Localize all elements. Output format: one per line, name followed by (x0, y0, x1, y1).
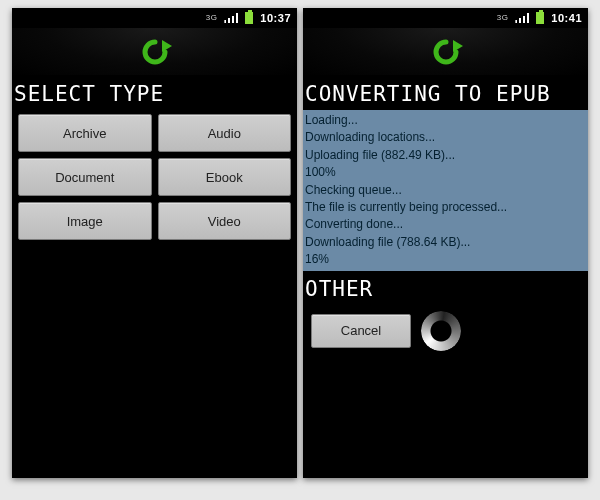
signal-icon (515, 13, 529, 23)
refresh-icon (429, 37, 463, 67)
archive-button[interactable]: Archive (18, 114, 152, 152)
log-line: 100% (305, 164, 586, 181)
image-button[interactable]: Image (18, 202, 152, 240)
battery-icon (245, 12, 253, 24)
log-line: 16% (305, 251, 586, 268)
progress-log: Loading... Downloading locations... Uplo… (303, 110, 588, 271)
phone-left: 3G 10:37 SELECT TYPE Archive Audio Docum… (12, 8, 297, 478)
network-type: 3G (497, 14, 509, 22)
loading-spinner-icon (421, 311, 461, 351)
log-line: Downloading file (788.64 KB)... (305, 234, 586, 251)
clock: 10:37 (260, 12, 291, 24)
network-type: 3G (206, 14, 218, 22)
select-type-heading: SELECT TYPE (12, 76, 297, 110)
app-banner (303, 28, 588, 76)
ebook-button[interactable]: Ebook (158, 158, 292, 196)
log-line: Uploading file (882.49 KB)... (305, 147, 586, 164)
log-line: Downloading locations... (305, 129, 586, 146)
status-bar: 3G 10:41 (303, 8, 588, 28)
log-line: The file is currently being processed... (305, 199, 586, 216)
converting-heading: CONVERTING TO EPUB (303, 76, 588, 110)
log-line: Converting done... (305, 216, 586, 233)
type-grid: Archive Audio Document Ebook Image Video (12, 110, 297, 244)
signal-icon (224, 13, 238, 23)
clock: 10:41 (551, 12, 582, 24)
audio-button[interactable]: Audio (158, 114, 292, 152)
video-button[interactable]: Video (158, 202, 292, 240)
log-line: Loading... (305, 112, 586, 129)
document-button[interactable]: Document (18, 158, 152, 196)
status-bar: 3G 10:37 (12, 8, 297, 28)
cancel-button[interactable]: Cancel (311, 314, 411, 348)
battery-icon (536, 12, 544, 24)
log-line: Checking queue... (305, 182, 586, 199)
app-banner (12, 28, 297, 76)
refresh-icon (138, 37, 172, 67)
other-heading: OTHER (303, 271, 588, 305)
phone-right: 3G 10:41 CONVERTING TO EPUB Loading... D… (303, 8, 588, 478)
other-row: Cancel (303, 305, 588, 357)
